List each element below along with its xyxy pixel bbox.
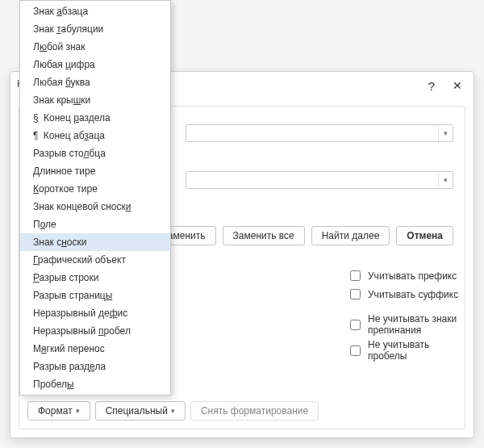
menu-item[interactable]: Любая буква bbox=[20, 73, 170, 91]
checkbox-icon[interactable] bbox=[350, 270, 361, 281]
close-button[interactable]: ✕ bbox=[449, 79, 465, 92]
menu-item[interactable]: Разрыв строки bbox=[20, 269, 170, 287]
check-label: Учитывать суффикс bbox=[368, 289, 458, 300]
menu-item[interactable]: Разрыв столбца bbox=[20, 144, 170, 162]
check-ignore-punct[interactable]: Не учитывать знаки препинания bbox=[347, 313, 465, 336]
check-label: Учитывать префикс bbox=[368, 270, 457, 282]
cancel-button[interactable]: Отмена bbox=[396, 226, 453, 245]
special-menu-button[interactable]: Специальный bbox=[95, 401, 186, 421]
menu-item[interactable]: Мягкий перенос bbox=[20, 340, 170, 358]
menu-item[interactable]: Знак абзаца bbox=[20, 2, 170, 20]
bottom-toolbar: Формат Специальный Снять форматирование bbox=[27, 401, 319, 421]
menu-item[interactable]: Разрыв раздела bbox=[20, 358, 170, 375]
check-ignore-spaces[interactable]: Не учитывать пробелы bbox=[347, 339, 465, 362]
menu-item[interactable]: § Конец раздела bbox=[20, 109, 170, 127]
menu-item[interactable]: ¶ Конец абзаца bbox=[20, 127, 170, 144]
menu-item[interactable]: Знак табуляции bbox=[20, 20, 170, 38]
chevron-down-icon[interactable]: ▾ bbox=[438, 125, 453, 141]
menu-item[interactable]: Разрыв страницы bbox=[20, 287, 170, 304]
menu-item[interactable]: Графический объект bbox=[20, 251, 170, 269]
replace-combo[interactable]: ▾ bbox=[186, 171, 453, 189]
menu-item[interactable]: Пробелы bbox=[20, 375, 170, 393]
check-label: Не учитывать пробелы bbox=[368, 339, 465, 362]
menu-item[interactable]: Короткое тире bbox=[20, 180, 170, 198]
checkbox-icon[interactable] bbox=[350, 289, 361, 299]
checkbox-icon[interactable] bbox=[350, 345, 361, 356]
check-suffix[interactable]: Учитывать суффикс bbox=[347, 287, 458, 302]
check-prefix[interactable]: Учитывать префикс bbox=[347, 268, 458, 283]
find-combo[interactable]: ▾ bbox=[186, 124, 453, 142]
menu-item[interactable]: Знак крышки bbox=[20, 91, 170, 109]
menu-item[interactable]: Любая цифра bbox=[20, 56, 170, 73]
special-characters-menu[interactable]: Знак абзацаЗнак табуляцииЛюбой знакЛюбая… bbox=[19, 0, 171, 396]
find-next-button[interactable]: Найти далее bbox=[311, 226, 390, 245]
check-label: Не учитывать знаки препинания bbox=[368, 313, 465, 336]
menu-item[interactable]: Длинное тире bbox=[20, 162, 170, 180]
help-button[interactable]: ? bbox=[428, 79, 435, 93]
menu-item[interactable]: Знак сноски bbox=[20, 233, 170, 251]
no-formatting-button[interactable]: Снять форматирование bbox=[190, 401, 319, 421]
replace-all-button[interactable]: Заменить все bbox=[223, 226, 305, 245]
menu-item[interactable]: Неразрывный дефис bbox=[20, 304, 170, 322]
menu-item[interactable]: Знак концевой сноски bbox=[20, 198, 170, 216]
checkbox-icon[interactable] bbox=[350, 320, 361, 330]
format-menu-button[interactable]: Формат bbox=[27, 401, 90, 421]
chevron-down-icon[interactable]: ▾ bbox=[438, 172, 453, 188]
ignore-checks: Не учитывать знаки препинания Не учитыва… bbox=[347, 313, 465, 365]
menu-item[interactable]: Любой знак bbox=[20, 38, 170, 56]
menu-item[interactable]: Неразрывный пробел bbox=[20, 322, 170, 340]
affix-checks: Учитывать префикс Учитывать суффикс bbox=[347, 268, 458, 305]
action-buttons: Заменить Заменить все Найти далее Отмена bbox=[152, 226, 453, 245]
menu-item[interactable]: Поле bbox=[20, 216, 170, 233]
